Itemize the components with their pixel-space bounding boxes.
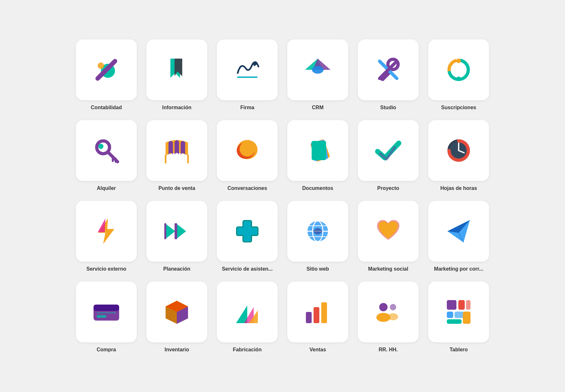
app-icon-alquiler[interactable] [76,120,137,181]
app-suscripciones[interactable]: Suscripciones [427,39,491,110]
app-label-marketing-social: Marketing social [368,266,408,272]
app-label-inventario: Inventario [165,347,189,353]
svg-point-22 [98,144,103,149]
app-icon-studio[interactable] [358,39,419,100]
app-label-proyecto: Proyecto [377,185,399,191]
app-informacion[interactable]: Información [145,39,209,110]
svg-point-8 [312,66,323,74]
svg-rect-74 [447,312,453,318]
app-marketing-correo[interactable]: Marketing por corr... [427,201,491,272]
app-label-documentos: Documentos [302,185,333,191]
svg-point-2 [98,62,104,69]
svg-rect-73 [466,300,471,310]
svg-rect-76 [447,319,462,324]
svg-point-16 [456,59,461,63]
app-icon-crm[interactable] [287,39,348,100]
app-label-servicio-asistencia: Servicio de asisten... [222,266,273,272]
app-icon-documentos[interactable] [287,120,348,181]
svg-rect-56 [97,312,116,314]
app-sitio-web[interactable]: Sitio web [286,201,350,272]
app-icon-marketing-social[interactable] [358,201,419,262]
app-label-firma: Firma [240,105,254,110]
app-planeacion[interactable]: Planeación [145,201,209,272]
app-proyecto[interactable]: Proyecto [356,120,420,191]
app-contabilidad[interactable]: Contabilidad [74,39,138,110]
app-servicio-externo[interactable]: Servicio externo [74,201,138,272]
svg-rect-30 [312,141,326,160]
app-icon-servicio-asistencia[interactable] [217,201,278,262]
app-icon-sitio-web[interactable] [287,201,348,262]
app-conversaciones[interactable]: Conversaciones [215,120,279,191]
app-label-alquiler: Alquiler [97,185,116,191]
app-tablero[interactable]: Tablero [427,282,491,353]
app-icon-ventas[interactable] [287,282,348,342]
svg-rect-64 [306,312,312,323]
app-marketing-social[interactable]: Marketing social [356,201,420,272]
app-grid: Contabilidad Información Firma [74,39,491,353]
svg-rect-77 [463,312,471,324]
app-servicio-asistencia[interactable]: Servicio de asisten... [215,201,279,272]
svg-rect-44 [237,227,258,235]
svg-rect-66 [321,302,327,323]
svg-point-17 [456,77,461,81]
app-ventas[interactable]: Ventas [286,282,350,353]
app-label-compra: Compra [97,347,116,353]
app-icon-hojas-de-horas[interactable] [428,120,489,181]
svg-point-67 [379,303,388,311]
app-label-tablero: Tablero [450,347,468,353]
svg-rect-65 [314,307,319,323]
app-compra[interactable]: Compra [74,282,138,353]
app-icon-informacion[interactable] [146,39,207,100]
app-label-ventas: Ventas [309,347,326,353]
svg-point-27 [240,141,255,157]
app-icon-rrhh[interactable] [358,282,419,342]
app-label-informacion: Información [162,105,192,110]
app-icon-compra[interactable] [76,282,137,342]
svg-marker-37 [165,223,175,239]
app-label-fabricacion: Fabricación [233,347,262,353]
app-icon-firma[interactable] [217,39,278,100]
app-icon-tablero[interactable] [428,282,489,342]
app-icon-conversaciones[interactable] [217,120,278,181]
app-icon-marketing-correo[interactable] [428,201,489,262]
app-crm[interactable]: CRM [286,39,350,110]
svg-marker-36 [98,218,105,232]
app-label-punto-de-venta: Punto de venta [159,185,195,191]
app-hojas-de-horas[interactable]: Hojas de horas [427,120,491,191]
svg-marker-61 [236,306,247,323]
app-label-studio: Studio [380,105,396,110]
app-label-servicio-externo: Servicio externo [86,266,127,272]
app-label-rrhh: RR. HH. [379,347,398,353]
app-inventario[interactable]: Inventario [145,282,209,353]
app-icon-fabricacion[interactable] [217,282,278,342]
app-alquiler[interactable]: Alquiler [74,120,138,191]
svg-rect-72 [458,300,465,310]
app-studio[interactable]: Studio [356,39,420,110]
app-label-conversaciones: Conversaciones [227,185,267,191]
app-label-suscripciones: Suscripciones [441,105,476,110]
svg-point-68 [390,304,396,310]
app-icon-contabilidad[interactable] [76,39,137,100]
app-label-crm: CRM [312,105,323,110]
app-icon-punto-de-venta[interactable] [146,120,207,181]
app-icon-servicio-externo[interactable] [76,201,137,262]
app-icon-inventario[interactable] [146,282,207,342]
app-fabricacion[interactable]: Fabricación [215,282,279,353]
app-icon-suscripciones[interactable] [428,39,489,100]
app-icon-proyecto[interactable] [358,120,419,181]
app-documentos[interactable]: Documentos [286,120,350,191]
app-label-marketing-correo: Marketing por corr... [434,266,483,272]
app-icon-planeacion[interactable] [146,201,207,262]
svg-rect-71 [447,300,456,310]
app-label-hojas-de-horas: Hojas de horas [440,185,477,191]
svg-rect-39 [175,223,177,239]
app-label-contabilidad: Contabilidad [91,105,122,110]
svg-rect-54 [94,305,119,311]
app-rrhh[interactable]: RR. HH. [356,282,420,353]
app-label-sitio-web: Sitio web [307,266,329,272]
svg-rect-40 [164,223,166,239]
app-firma[interactable]: Firma [215,39,279,110]
svg-marker-38 [176,223,186,239]
app-punto-de-venta[interactable]: Punto de venta [145,120,209,191]
svg-rect-75 [454,312,464,318]
